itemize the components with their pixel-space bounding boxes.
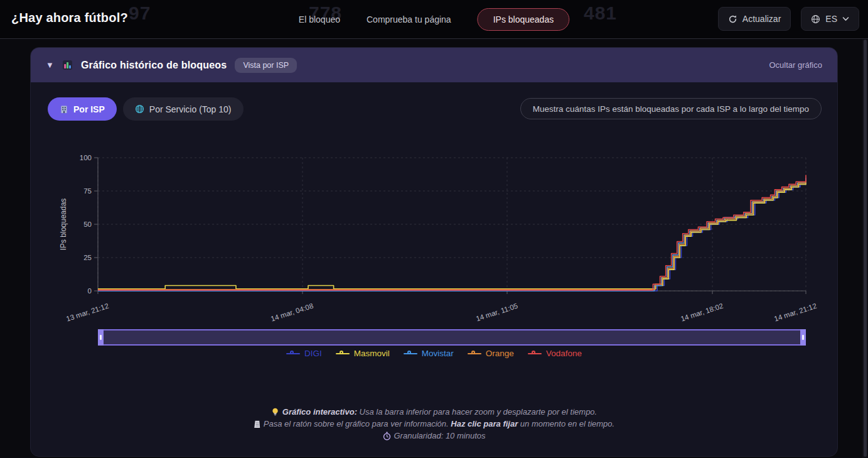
legend-label: Orange	[486, 349, 514, 358]
time-range-slider[interactable]	[98, 329, 806, 346]
chart-hints: Gráfico interactivo: Usa la barra inferi…	[31, 405, 837, 443]
history-chart-panel: ▼ Gráfico histórico de bloqueos Vista po…	[30, 47, 838, 457]
view-mode-badge: Vista por ISP	[235, 58, 297, 73]
legend-item-movistar[interactable]: Movistar	[404, 349, 454, 358]
legend-item-vodafone[interactable]: Vodafone	[528, 349, 582, 358]
legend-marker-icon	[468, 350, 481, 357]
tab-por-servicio-label: Por Servicio (Top 10)	[149, 104, 232, 114]
svg-text:100: 100	[80, 154, 92, 161]
scrollbar-track	[862, 40, 868, 458]
hint-hover: Pasa el ratón sobre el gráfico para ver …	[31, 419, 837, 428]
chart-description-tooltip: Muestra cuántas IPs están bloqueadas por…	[520, 98, 822, 119]
legend-item-digi[interactable]: DIGI	[286, 349, 322, 358]
lightbulb-icon	[271, 408, 279, 417]
hint-text: un momento en el tiempo.	[518, 419, 614, 428]
tab-por-servicio[interactable]: Por Servicio (Top 10)	[123, 97, 244, 121]
hint-bold-text: Gráfico interactivo:	[282, 407, 357, 417]
svg-text:25: 25	[83, 254, 92, 261]
svg-text:14 mar, 18:02: 14 mar, 18:02	[680, 302, 724, 322]
chart-doc-icon	[254, 420, 260, 428]
language-selector[interactable]: ES	[801, 7, 859, 31]
globe-icon	[135, 104, 144, 114]
svg-text:50: 50	[83, 221, 92, 228]
chevron-down-icon	[842, 16, 849, 21]
collapse-icon[interactable]: ▼	[46, 60, 54, 70]
main-nav: El bloqueo Comprueba tu página IPs bloqu…	[299, 0, 569, 39]
svg-text:13 mar, 21:12: 13 mar, 21:12	[65, 302, 110, 322]
hint-text: Usa la barra inferior para hacer zoom y …	[357, 407, 597, 417]
nav-item-ips-bloqueadas[interactable]: IPs bloqueadas	[478, 8, 570, 31]
chart-legend: DIGIMasmovilMovistarOrangeVodafone	[31, 349, 837, 358]
legend-marker-icon	[286, 350, 300, 357]
background-stat: 481	[584, 3, 617, 24]
nav-item-el-bloqueo[interactable]: El bloqueo	[299, 14, 340, 25]
legend-label: Vodafone	[546, 349, 582, 358]
hint-bold-text: Haz clic para fijar	[451, 419, 518, 428]
legend-marker-icon	[336, 350, 350, 357]
svg-text:0: 0	[88, 287, 92, 295]
building-icon	[60, 105, 68, 114]
legend-label: Movistar	[422, 349, 454, 358]
legend-item-masmovil[interactable]: Masmovil	[336, 349, 390, 358]
tab-por-isp-label: Por ISP	[73, 104, 105, 114]
hide-chart-link[interactable]: Ocultar gráfico	[769, 60, 822, 70]
header-actions: Actualizar ES	[718, 7, 859, 31]
history-chart[interactable]: 025507510013 mar, 21:1214 mar, 04:0814 m…	[57, 151, 823, 322]
top-navbar: 97 778 481 ¿Hay ahora fútbol? El bloqueo…	[0, 0, 868, 39]
view-toggle-group: Por ISP Por Servicio (Top 10)	[48, 97, 244, 121]
hint-interactive: Gráfico interactivo: Usa la barra inferi…	[31, 407, 837, 417]
svg-text:14 mar, 04:08: 14 mar, 04:08	[270, 302, 314, 322]
refresh-button[interactable]: Actualizar	[718, 7, 791, 31]
refresh-button-label: Actualizar	[742, 14, 781, 24]
legend-label: DIGI	[304, 349, 322, 358]
tab-por-isp[interactable]: Por ISP	[48, 97, 117, 121]
legend-marker-icon	[528, 350, 542, 357]
svg-text:IPs bloqueadas: IPs bloqueadas	[59, 199, 68, 251]
legend-label: Masmovil	[354, 349, 390, 358]
hint-text: Pasa el ratón sobre el gráfico para ver …	[264, 419, 451, 428]
refresh-icon	[728, 14, 737, 24]
background-stat: 97	[129, 3, 151, 24]
panel-title: Gráfico histórico de bloqueos	[81, 60, 227, 71]
legend-marker-icon	[404, 350, 417, 357]
hint-granularity: Granularidad: 10 minutos	[31, 431, 837, 440]
svg-text:14 mar, 21:12: 14 mar, 21:12	[773, 302, 818, 322]
globe-icon	[811, 14, 820, 24]
site-logo[interactable]: ¿Hay ahora fútbol?	[11, 11, 128, 25]
scrollbar-thumb[interactable]	[864, 40, 867, 457]
slider-handle-left[interactable]	[98, 329, 104, 346]
hint-text: Granularidad: 10 minutos	[394, 431, 486, 440]
legend-item-orange[interactable]: Orange	[468, 349, 514, 358]
language-label: ES	[825, 14, 837, 24]
slider-handle-right[interactable]	[800, 329, 806, 346]
nav-item-comprueba-tu-pagina[interactable]: Comprueba tu página	[367, 14, 451, 25]
chart-panel-header: ▼ Gráfico histórico de bloqueos Vista po…	[31, 48, 837, 82]
stopwatch-icon	[383, 432, 391, 440]
bar-chart-icon	[62, 60, 73, 70]
svg-text:14 mar, 11:05: 14 mar, 11:05	[475, 302, 519, 322]
svg-text:75: 75	[83, 187, 92, 195]
chart-area: 025507510013 mar, 21:1214 mar, 04:0814 m…	[57, 151, 823, 322]
